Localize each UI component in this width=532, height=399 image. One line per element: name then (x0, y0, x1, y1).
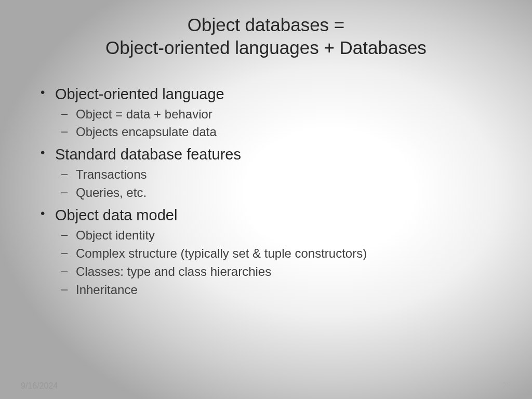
bullet-item: Standard database features Transactions … (36, 144, 496, 202)
slide-title: Object databases = Object-oriented langu… (0, 0, 532, 59)
bullet-item: Object data model Object identity Comple… (36, 205, 496, 299)
bullet-item: Object-oriented language Object = data +… (36, 84, 496, 142)
sub-bullet-item: Complex structure (typically set & tuple… (55, 245, 496, 263)
sub-bullet-item: Object identity (55, 227, 496, 245)
bullet-label: Object-oriented language (55, 86, 224, 102)
bullet-label: Standard database features (55, 146, 241, 163)
footer-page-number: 28 (502, 381, 511, 391)
sub-bullet-item: Classes: type and class hierarchies (55, 263, 496, 281)
sub-bullet-item: Transactions (55, 166, 496, 184)
title-line-2: Object-oriented languages + Databases (0, 36, 532, 59)
title-line-1: Object databases = (0, 14, 532, 36)
footer-date: 9/16/2024 (21, 381, 58, 391)
sub-bullet-item: Queries, etc. (55, 184, 496, 202)
slide-body: Object-oriented language Object = data +… (0, 59, 532, 299)
sub-bullet-item: Objects encapsulate data (55, 123, 496, 141)
sub-bullet-item: Object = data + behavior (55, 105, 496, 124)
bullet-label: Object data model (55, 207, 177, 223)
sub-bullet-item: Inheritance (55, 281, 496, 299)
